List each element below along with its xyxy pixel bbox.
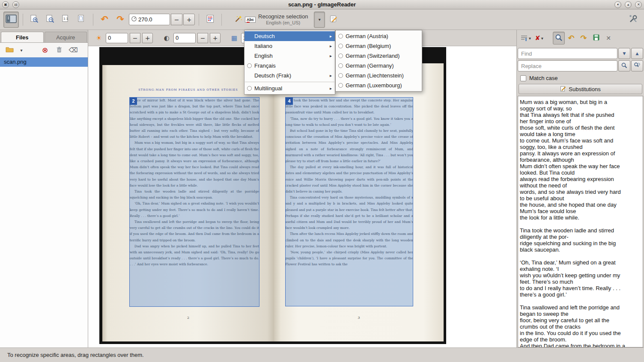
output-line: to do and I really haven’t time. Really … (520, 285, 641, 291)
language-menu-item-english[interactable]: English▸ (244, 51, 335, 61)
rotate-left-button[interactable]: ↶ (97, 12, 112, 28)
file-row-scan-png[interactable]: scan.png (0, 57, 88, 67)
rotate-right-button[interactable]: ↷ (113, 12, 128, 28)
contrast-increase-button[interactable]: + (210, 33, 221, 43)
replace-button[interactable] (618, 60, 630, 71)
folder-icon (6, 46, 14, 54)
match-case-checkbox[interactable] (520, 75, 526, 81)
window-menu-button[interactable]: ▣ (2, 1, 9, 8)
tab-acquire[interactable]: Acquire (45, 32, 87, 42)
clear-list-button[interactable]: ⌫ (68, 45, 78, 55)
find-input[interactable] (518, 48, 617, 59)
submenu-arrow-icon: ▸ (330, 34, 332, 39)
trash-icon (56, 46, 63, 54)
ocr-selection-4[interactable]: 4 (285, 97, 413, 306)
language-submenu-item-german-luxembourg[interactable]: German (Luxembourg)▸ (336, 80, 422, 90)
maximize-icon: ▴ (627, 3, 629, 6)
language-menu-item-italiano[interactable]: Italiano▸ (244, 41, 335, 51)
rotation-entry (129, 14, 170, 25)
language-menu-item-deutsch[interactable]: Deutsch▸ (244, 31, 335, 41)
insert-mode-button[interactable]: ▾ (519, 32, 533, 45)
zoom-out-button[interactable] (43, 12, 57, 28)
output-panel: ▾ ✘ ▾ ↶ ↷ ✕ ▼ (516, 30, 644, 347)
main-toolbar: 1:1 ↶ ↷ − + Abc Recognize selection Engl… (0, 9, 644, 30)
menu-item-label: German (Liechtenstein) (346, 72, 414, 79)
close-button[interactable]: ✕ (635, 1, 642, 8)
output-line: ridge squelching and sucking in the big (520, 240, 641, 246)
output-text-area[interactable]: Mum was a big woman, but big in asoggy s… (518, 96, 643, 347)
gimagereader-window: scan.png - gImageReader ▣ ▤ ▾ ▴ ✕ 1:1 ↶ (0, 0, 644, 362)
language-submenu-item-german-switzerland[interactable]: German (Switzerland)▸ (336, 51, 422, 61)
zoom-original-button[interactable]: 1:1 (59, 12, 73, 28)
language-submenu-item-german-belgium[interactable]: German (Belgium)▸ (336, 41, 422, 51)
brightness-input[interactable] (108, 35, 125, 41)
save-output-button[interactable] (590, 32, 602, 45)
rotation-increase-button[interactable]: + (183, 14, 195, 25)
settings-button[interactable] (626, 12, 641, 28)
output-line: Mum’s face would lose (520, 208, 641, 214)
contrast-input[interactable] (176, 35, 193, 41)
recognize-menu-button[interactable]: ▾ (314, 12, 325, 28)
open-images-button[interactable] (4, 45, 15, 55)
autodetect-layout-button[interactable] (203, 12, 218, 28)
delete-file-button[interactable] (54, 45, 64, 55)
menu-item-label: Deutsch (254, 33, 327, 39)
strip-linebreaks-button[interactable]: ✘ ▾ (533, 32, 545, 45)
match-case-row: Match case (518, 73, 643, 83)
misspelled-word: por- (558, 234, 568, 240)
language-menu-item-deutsch-frak[interactable]: Deutsch (Frak)▸ (244, 71, 335, 80)
language-submenu-german: German (Austria)▸German (Belgium)▸German… (335, 30, 422, 92)
app-icon: ▣ (4, 3, 7, 6)
contrast-entry (173, 33, 196, 43)
zoom-in-button[interactable] (27, 12, 42, 28)
find-prev-button[interactable]: ▲ (631, 48, 643, 59)
output-line (520, 298, 641, 304)
show-controls-toggle[interactable] (3, 12, 19, 28)
zoom-fit-button[interactable] (75, 12, 89, 28)
ocr-selection-2[interactable]: 2 (129, 97, 259, 307)
ocr-output-mode-button[interactable] (326, 12, 341, 28)
output-line: forbearance, although (520, 157, 641, 163)
output-line: ‘Oh, Tina dear,’ Mum sighed on a great (520, 259, 641, 266)
strip-linebreaks-icon: ✘ (535, 35, 540, 42)
insert-mode-icon (520, 34, 528, 42)
window-pin-button[interactable]: ▤ (12, 1, 19, 8)
open-menu-button[interactable]: ▾ (18, 45, 24, 55)
toolbar-separator (199, 14, 199, 26)
language-menu-item-multilingual[interactable]: Multilingual▸ (244, 83, 335, 93)
language-submenu-item-german-austria[interactable]: German (Austria)▸ (336, 31, 422, 41)
recognize-button[interactable]: Abc Recognize selection English (en_US) (233, 12, 313, 28)
panes-icon (6, 15, 17, 24)
find-next-button[interactable]: ▼ (618, 48, 630, 59)
toolbar-separator (221, 14, 222, 26)
brightness-increase-button[interactable]: + (142, 33, 153, 43)
rotation-input[interactable] (138, 16, 163, 23)
rotation-decrease-button[interactable]: − (171, 14, 182, 25)
language-submenu-item-german-liechtenstein[interactable]: German (Liechtenstein)▸ (336, 71, 422, 80)
file-toolbar: ▾ ⊗ ⌫ (0, 43, 88, 57)
output-line: without the need of (520, 182, 641, 189)
replace-all-button[interactable] (631, 60, 643, 71)
language-submenu-item-german-germany[interactable]: German (Germany)▸ (336, 61, 422, 71)
output-line: to come out. Mum’s face was soft and (520, 137, 641, 144)
menu-item-label: German (Germany) (346, 62, 414, 69)
substitutions-button[interactable]: Substitutions (519, 84, 642, 94)
clear-output-button[interactable]: ✕ (602, 32, 614, 45)
output-line: Tina swallowed and left the porridge and (520, 304, 641, 311)
contrast-decrease-button[interactable]: − (197, 33, 208, 43)
brightness-decrease-button[interactable]: − (130, 33, 140, 43)
minimize-button[interactable]: ▾ (614, 1, 621, 8)
tab-files[interactable]: Files (1, 32, 44, 42)
redo-button[interactable]: ↷ (578, 32, 590, 45)
remove-image-button[interactable]: ⊗ (40, 45, 50, 55)
find-next-icon: ▼ (623, 51, 626, 56)
wrench-icon (629, 14, 638, 25)
undo-button[interactable]: ↶ (565, 32, 577, 45)
output-line: soggy, too, like a crushed (520, 144, 641, 150)
misspelled-word: didn’t (534, 163, 547, 169)
maximize-button[interactable]: ▴ (625, 1, 632, 8)
recognize-label: Recognize selection English (en_US) (258, 14, 308, 26)
language-menu-item-fran-ais[interactable]: Français▸ (244, 61, 335, 71)
replace-input[interactable] (518, 60, 617, 71)
find-replace-toggle[interactable] (553, 32, 565, 45)
